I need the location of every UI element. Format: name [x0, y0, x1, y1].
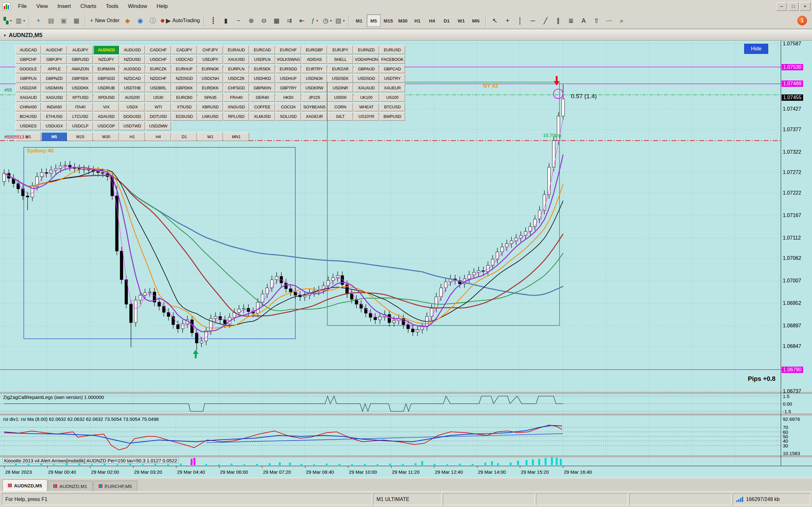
symbol-button-eurchf[interactable]: EURCHF [275, 46, 301, 54]
symbol-button-eurpln[interactable]: EURPLN [223, 65, 249, 73]
toolbar-more-tools-button[interactable]: ⋯ [603, 14, 615, 27]
notification-badge[interactable]: 1 [798, 16, 807, 25]
symbol-button-adausd[interactable]: ADAUSD [94, 112, 119, 121]
symbol-button-us30[interactable]: US30 [146, 93, 171, 102]
minimize-button[interactable]: ─ [776, 2, 787, 11]
symbol-button-usdchf[interactable]: USDCHF [146, 55, 171, 64]
symbol-button-usdkes[interactable]: USDKES [15, 122, 41, 130]
symbol-button-gbpsek[interactable]: GBPSEK [67, 74, 93, 83]
chart-timeframe-button-m30[interactable]: M30 [94, 132, 119, 141]
symbol-button-nzdusd[interactable]: NZDUSD [119, 55, 145, 64]
symbol-button-xbrusd[interactable]: XBRUSD [198, 103, 223, 111]
toolbar-tf-mn-button[interactable]: MN [469, 14, 483, 27]
toolbar-text-tool-button[interactable]: A [577, 14, 590, 27]
symbol-button-solusd[interactable]: SOLUSD [275, 112, 301, 121]
symbol-button-hk50[interactable]: HK50 [275, 93, 301, 102]
toolbar-indicators-button[interactable]: ƒ▾ [309, 14, 321, 27]
menu-window[interactable]: Window [123, 0, 152, 13]
symbol-button-wti[interactable]: WTI [146, 103, 171, 111]
symbol-button-corn[interactable]: CORN [328, 103, 353, 111]
symbol-button-ltcusd[interactable]: LTCUSD [67, 112, 93, 121]
symbol-button-nzdjpy[interactable]: NZDJPY [94, 55, 119, 64]
toolbar-autotrading-button[interactable]: ▶AutoTrading [159, 14, 201, 27]
symbol-button-audchf[interactable]: AUDCHF [42, 46, 67, 54]
symbol-button-eurczk[interactable]: EURCZK [146, 65, 171, 73]
symbol-button-eurjpy[interactable]: EURJPY [328, 46, 353, 54]
tab-eurchf-m5[interactable]: EURCHF,M5 [93, 481, 137, 491]
toolbar-arrows-tool-button[interactable]: ⇧ [590, 14, 602, 27]
symbol-button-us10yr[interactable]: US10YR [354, 112, 379, 121]
symbol-button-soybeans[interactable]: SOYBEANS [302, 103, 327, 111]
symbol-button-eurhuf[interactable]: EURHUF [171, 65, 197, 73]
tab-audnzd-m5[interactable]: AUDNZD,M5 [3, 480, 47, 491]
symbol-button-vodaphon[interactable]: VODAPHON [354, 55, 379, 64]
symbol-button-nzdcad[interactable]: NZDCAD [119, 74, 145, 83]
chart-timeframe-button-m1[interactable]: M1 [15, 132, 41, 141]
symbol-button-gbptry[interactable]: GBPTRY [275, 83, 301, 92]
symbol-button-usdhkd[interactable]: USDHKD [250, 74, 275, 83]
toolbar-templates-button[interactable]: ▧▾ [334, 14, 346, 27]
symbol-button-audusd[interactable]: AUDUSD [119, 46, 145, 54]
symbol-button-wheat[interactable]: WHEAT [354, 103, 379, 111]
symbol-button-usdkrw[interactable]: USDKRW [302, 83, 327, 92]
close-button[interactable]: × [800, 2, 810, 11]
symbol-button-usdugx[interactable]: USDUGX [42, 122, 67, 130]
symbol-button-usdczk[interactable]: USDCZK [223, 74, 249, 83]
symbol-button-eurcad[interactable]: EURCAD [250, 46, 275, 54]
symbol-button-nzdchf[interactable]: NZDCHF [146, 74, 171, 83]
symbol-button-gbpjpy[interactable]: GBPJPY [42, 55, 67, 64]
symbol-button-usdsgd[interactable]: USDSGD [354, 74, 379, 83]
symbol-button-eosusd[interactable]: EOSUSD [171, 112, 197, 121]
toolbar-tf-h4-button[interactable]: H4 [425, 14, 439, 27]
symbol-button-audcad[interactable]: AUDCAD [15, 46, 41, 54]
toolbar-tf-m1-button[interactable]: M1 [352, 14, 366, 27]
toolbar-periods-button[interactable]: ◷▾ [321, 14, 334, 27]
chart-timeframe-button-d1[interactable]: D1 [171, 132, 197, 141]
toolbar-auto-scroll-button[interactable]: ⇉ [283, 14, 295, 27]
toolbar-alerts-button[interactable]: ◉ [134, 14, 146, 27]
symbol-button-shell[interactable]: SHELL [328, 55, 353, 64]
symbol-button-bchusd[interactable]: BCHUSD [15, 112, 41, 121]
chart-timeframe-button-m5[interactable]: M5 [42, 132, 67, 141]
restore-button[interactable]: □ [788, 2, 799, 11]
symbol-button-xtiusd[interactable]: XTIUSD [171, 103, 197, 111]
symbol-button-us100[interactable]: US100 [380, 93, 405, 102]
symbol-button-eurmxn[interactable]: EURMXN [94, 65, 119, 73]
symbol-button-apple[interactable]: APPLE [42, 65, 67, 73]
symbol-button-dogusd[interactable]: DOGUSD [119, 112, 145, 121]
symbol-button-eurdkk[interactable]: EURDKK [198, 83, 223, 92]
chart-timeframe-button-w1[interactable]: W1 [198, 132, 223, 141]
symbol-button-usddkk[interactable]: USDDKK [67, 83, 93, 92]
menu-view[interactable]: View [32, 0, 53, 13]
symbol-button-gbpusd[interactable]: GBPUSD [67, 55, 93, 64]
chart-timeframe-button-mn1[interactable]: MN1 [223, 132, 249, 141]
symbol-button-xauusd[interactable]: XAUUSD [223, 55, 249, 64]
symbol-button-usdthb[interactable]: USDTHB [119, 83, 145, 92]
symbol-button-gbpmxn[interactable]: GBPMXN [250, 83, 275, 92]
symbol-button-cadjpy[interactable]: CADJPY [171, 46, 197, 54]
symbol-button-eurusd[interactable]: EURUSD [380, 46, 405, 54]
symbol-button-euraud[interactable]: EURAUD [223, 46, 249, 54]
symbol-button-lnkusd[interactable]: LNKUSD [198, 112, 223, 121]
symbol-button-xageur[interactable]: XAGEUR [302, 112, 327, 121]
symbol-button-xaueur[interactable]: XAUEUR [380, 83, 405, 92]
menu-file[interactable]: File [13, 0, 32, 13]
symbol-button-spa35[interactable]: SPA35 [198, 93, 223, 102]
menu-charts[interactable]: Charts [75, 0, 101, 13]
symbol-button-dotusd[interactable]: DOTUSD [146, 112, 171, 121]
symbol-button-china50[interactable]: CHINA50 [15, 103, 41, 111]
symbol-button-euro50[interactable]: EURO50 [171, 93, 197, 102]
symbol-button-usdzmw[interactable]: USDZMW [146, 122, 171, 130]
symbol-button-ethusd[interactable]: ETHUSD [42, 112, 67, 121]
symbol-button-usdsek[interactable]: USDSEK [328, 74, 353, 83]
symbol-button-usdhuf[interactable]: USDHUF [275, 74, 301, 83]
toolbar-terminal-button[interactable]: ▦ [70, 14, 83, 27]
symbol-button-xagaud[interactable]: XAGAUD [15, 93, 41, 102]
toolbar-tf-m15-button[interactable]: M15 [381, 14, 395, 27]
symbol-button-btcusd[interactable]: BTCUSD [380, 103, 405, 111]
symbol-button-usdx[interactable]: USDX [119, 103, 145, 111]
symbol-button-xauaud[interactable]: XAUAUD [354, 83, 379, 92]
toolbar-chart-shift-button[interactable]: ⇤ [296, 14, 308, 27]
symbol-button-eurzar[interactable]: EURZAR [328, 65, 353, 73]
symbol-button-google[interactable]: GOOGLE [15, 65, 41, 73]
